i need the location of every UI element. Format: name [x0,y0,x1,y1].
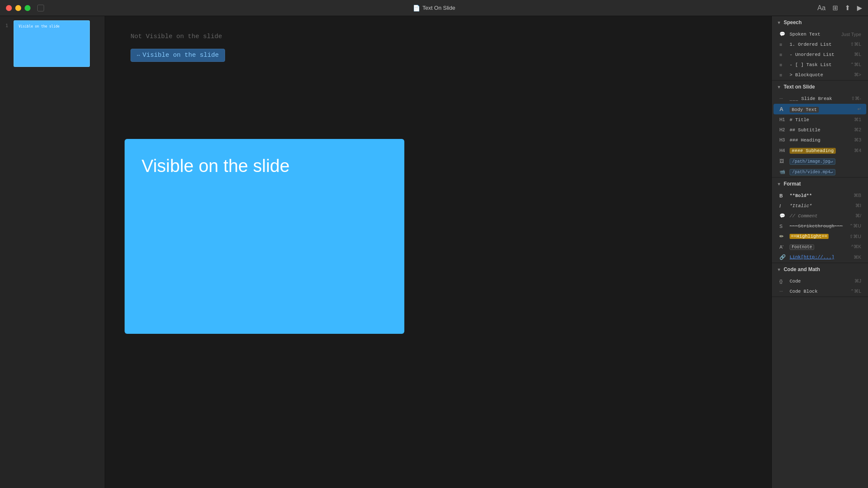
code-chevron: ▼ [777,267,781,272]
footnote-icon: A' [779,244,787,250]
footnote-item[interactable]: A' Footnote ^⌘K [773,242,866,252]
code-block-item[interactable]: ··· Code Block ⌃⌘L [773,286,866,296]
heading-item[interactable]: H3 ### Heading ⌘3 [773,135,866,145]
bold-shortcut: ⌘B [854,193,861,198]
editor-content[interactable]: Not Visible on the slide ↔ Visible on th… [105,16,771,488]
comment-shortcut: ⌘/ [855,213,861,219]
code-section-header[interactable]: ▼ Code and Math [772,263,868,276]
bold-item[interactable]: B **Bold** ⌘B [773,191,866,200]
strikethrough-item[interactable]: S ~~~Strikethrough~~~ ⌃⌘U [773,221,866,231]
subheading-shortcut: ⌘4 [854,148,861,153]
code-block-shortcut: ⌃⌘L [850,288,861,294]
code-block-label: Code Block [790,289,848,294]
body-text-item[interactable]: A Body Text ↵ [773,104,866,114]
ordered-list-shortcut: ⇧⌘L [850,42,861,47]
font-icon[interactable]: Aa [817,4,826,12]
slide-thumbnail[interactable]: Visible on the slide [14,20,90,67]
document-icon: 📄 [413,5,420,11]
spoken-text-icon: 💬 [779,31,787,37]
strikethrough-icon: S [779,224,787,229]
unordered-list-icon: ≡ [779,52,787,57]
bold-label: **Bold** [790,193,851,198]
visible-badge-label: Visible on the slide [142,52,219,59]
speech-section-header[interactable]: ▼ Speech [772,16,868,29]
slide-panel: 1 Visible on the slide [0,16,105,488]
blockquote-item[interactable]: ≡ > Blockquote ⌘> [773,70,866,80]
editor-area: Not Visible on the slide ↔ Visible on th… [105,16,771,488]
badge-icon: ↔ [137,53,140,58]
highlight-shortcut: ⇧⌘U [849,234,861,239]
share-icon[interactable]: ⬆ [845,4,850,12]
italic-icon: I [779,203,787,208]
code-label: Code and Math [784,266,820,272]
subheading-label: #### Subheading [790,147,851,153]
format-section: ▼ Format B **Bold** ⌘B I *Italic* ⌘I 💬 /… [772,177,868,263]
minimize-button[interactable] [15,5,21,11]
app-body: 1 Visible on the slide Not Visible on th… [0,16,868,488]
slide-break-item[interactable]: ··· ⎯⎯⎯ Slide Break ⇧⌘- [773,94,866,103]
blockquote-shortcut: ⌘> [854,72,861,78]
image-view-icon[interactable]: ⊞ [832,4,838,12]
code-item-label: Code [790,279,852,284]
title-icon: H1 [779,117,787,122]
window-title: Text On Slide [423,5,455,11]
text-on-slide-header[interactable]: ▼ Text on Slide [772,80,868,93]
subtitle-item[interactable]: H2 ## Subtitle ⌘2 [773,125,866,135]
strikethrough-shortcut: ⌃⌘U [849,223,861,229]
fullscreen-button[interactable] [37,5,44,11]
visible-badge[interactable]: ↔ Visible on the slide [131,49,225,62]
slide-preview-large: Visible on the slide [125,139,404,334]
link-item[interactable]: 🔗 Link[http://...] ⌘K [773,252,866,262]
subtitle-label: ## Subtitle [790,128,851,133]
video-label: /path/video.mp4↵ [790,169,859,175]
slide-break-icon: ··· [779,96,787,101]
spoken-text-item[interactable]: 💬 Spoken Text Just Type [773,29,866,39]
subheading-item[interactable]: H4 #### Subheading ⌘4 [773,145,866,155]
close-button[interactable] [6,5,12,11]
ordered-list-icon: ≡ [779,42,787,47]
body-text-shortcut: ↵ [857,106,861,112]
titlebar: 📄 Text On Slide Aa ⊞ ⬆ ▶ [0,0,868,16]
task-list-label: - [ ] Task List [790,62,848,67]
window-controls [6,5,44,11]
ordered-list-item[interactable]: ≡ 1. Ordered List ⇧⌘L [773,39,866,49]
speech-section: ▼ Speech 💬 Spoken Text Just Type ≡ 1. Or… [772,16,868,80]
image-icon: 🖼 [779,158,787,164]
maximize-button[interactable] [25,5,31,11]
code-shortcut: ⌘J [854,278,862,284]
video-item[interactable]: 📹 /path/video.mp4↵ [773,166,866,177]
code-item[interactable]: {} Code ⌘J [773,276,866,286]
text-on-slide-label: Text on Slide [784,84,815,90]
code-section: ▼ Code and Math {} Code ⌘J ··· Code Bloc… [772,263,868,297]
image-item[interactable]: 🖼 /path/image.jpg↵ [773,156,866,166]
unordered-list-item[interactable]: ≡ - Unordered List ⌘L [773,50,866,59]
comment-label: // Comment [790,214,853,219]
titlebar-center: 📄 Text On Slide [413,5,455,11]
title-shortcut: ⌘1 [854,117,861,122]
italic-item[interactable]: I *Italic* ⌘I [773,201,866,211]
highlight-icon: ✏ [779,233,787,239]
subtitle-icon: H2 [779,128,787,132]
blockquote-label: > Blockquote [790,72,851,78]
slide-preview-title: Visible on the slide [142,156,289,176]
task-list-icon: ≡ [779,62,787,67]
format-label: Format [784,181,801,187]
slide-thumb-row: 1 Visible on the slide [3,20,101,67]
heading-shortcut: ⌘3 [854,137,861,143]
task-list-item[interactable]: ≡ - [ ] Task List ⌃⌘L [773,60,866,69]
title-item[interactable]: H1 # Title ⌘1 [773,115,866,125]
body-text-icon: A [779,106,787,112]
ordered-list-label: 1. Ordered List [790,42,848,47]
play-icon[interactable]: ▶ [857,4,862,12]
format-section-header[interactable]: ▼ Format [772,177,868,190]
highlight-item[interactable]: ✏ ==Highlight== ⇧⌘U [773,231,866,241]
task-list-shortcut: ⌃⌘L [850,62,861,67]
title-label: # Title [790,117,851,122]
format-chevron: ▼ [777,182,781,186]
heading-label: ### Heading [790,138,851,143]
comment-item[interactable]: 💬 // Comment ⌘/ [773,211,866,221]
body-text-label: Body Text [790,106,855,112]
link-label: Link[http://...] [790,255,851,260]
slide-thumb-label: Visible on the slide [19,25,59,28]
spoken-text-shortcut: Just Type [841,32,861,37]
